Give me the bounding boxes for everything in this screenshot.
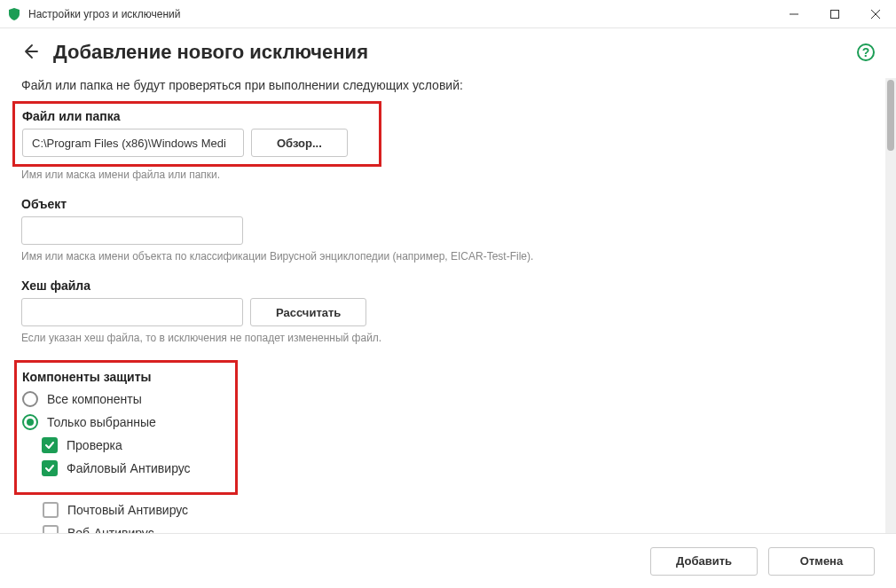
checkbox-icon bbox=[43, 525, 59, 533]
hash-section-label: Хеш файла bbox=[21, 278, 864, 293]
cancel-button[interactable]: Отмена bbox=[768, 547, 875, 576]
radio-all-components[interactable]: Все компоненты bbox=[22, 391, 226, 407]
checkbox-mail-antivirus[interactable]: Почтовый Антивирус bbox=[43, 502, 864, 518]
checkbox-web-antivirus[interactable]: Веб-Антивирус bbox=[43, 525, 864, 533]
object-section-hint: Имя или маска имени объекта по классифик… bbox=[21, 250, 864, 263]
radio-label: Все компоненты bbox=[47, 392, 142, 406]
checkbox-label: Файловый Антивирус bbox=[67, 461, 191, 475]
window-controls bbox=[774, 0, 896, 28]
svg-rect-1 bbox=[831, 10, 839, 18]
maximize-button[interactable] bbox=[814, 0, 855, 28]
back-arrow-icon[interactable] bbox=[21, 43, 39, 63]
minimize-button[interactable] bbox=[774, 0, 814, 28]
checkbox-label: Веб-Антивирус bbox=[67, 526, 154, 533]
calculate-button[interactable]: Рассчитать bbox=[250, 298, 366, 326]
hash-input[interactable] bbox=[21, 298, 243, 326]
shield-icon bbox=[7, 7, 21, 21]
window-title: Настройки угроз и исключений bbox=[28, 8, 774, 20]
checkbox-label: Почтовый Антивирус bbox=[67, 503, 188, 517]
components-section-label: Компоненты защиты bbox=[22, 370, 226, 384]
components-section-highlight: Компоненты защиты Все компоненты Только … bbox=[14, 360, 238, 495]
radio-label: Только выбранные bbox=[47, 415, 156, 429]
checkbox-icon bbox=[42, 437, 58, 453]
checkbox-icon bbox=[42, 460, 58, 476]
scrollbar[interactable] bbox=[885, 78, 896, 533]
scrollbar-thumb[interactable] bbox=[887, 80, 894, 151]
close-button[interactable] bbox=[855, 0, 896, 28]
radio-selected-components[interactable]: Только выбранные bbox=[22, 414, 226, 430]
checkbox-scan[interactable]: Проверка bbox=[42, 437, 226, 453]
checkbox-file-antivirus[interactable]: Файловый Антивирус bbox=[42, 460, 226, 476]
file-section-hint: Имя или маска имени файла или папки. bbox=[21, 169, 864, 181]
add-button[interactable]: Добавить bbox=[650, 547, 758, 576]
content-area: Файл или папка не будут проверяться при … bbox=[0, 78, 885, 533]
browse-button[interactable]: Обзор... bbox=[251, 129, 348, 157]
window-title-bar: Настройки угроз и исключений bbox=[0, 0, 896, 28]
checkbox-label: Проверка bbox=[67, 438, 122, 452]
page-title: Добавление нового исключения bbox=[53, 41, 857, 64]
object-section-label: Объект bbox=[21, 197, 864, 211]
footer-bar: Добавить Отмена bbox=[0, 533, 896, 588]
radio-icon bbox=[22, 414, 38, 430]
file-section-label: Файл или папка bbox=[22, 109, 372, 123]
radio-icon bbox=[22, 391, 38, 407]
object-input[interactable] bbox=[21, 216, 243, 245]
checkbox-icon bbox=[43, 502, 59, 518]
help-icon[interactable]: ? bbox=[857, 43, 875, 61]
intro-text: Файл или папка не будут проверяться при … bbox=[21, 78, 864, 92]
file-section-highlight: Файл или папка Обзор... bbox=[12, 101, 381, 167]
file-path-input[interactable] bbox=[22, 129, 244, 157]
hash-section-hint: Если указан хеш файла, то в исключения н… bbox=[21, 332, 864, 344]
page-header: Добавление нового исключения ? bbox=[0, 28, 896, 78]
